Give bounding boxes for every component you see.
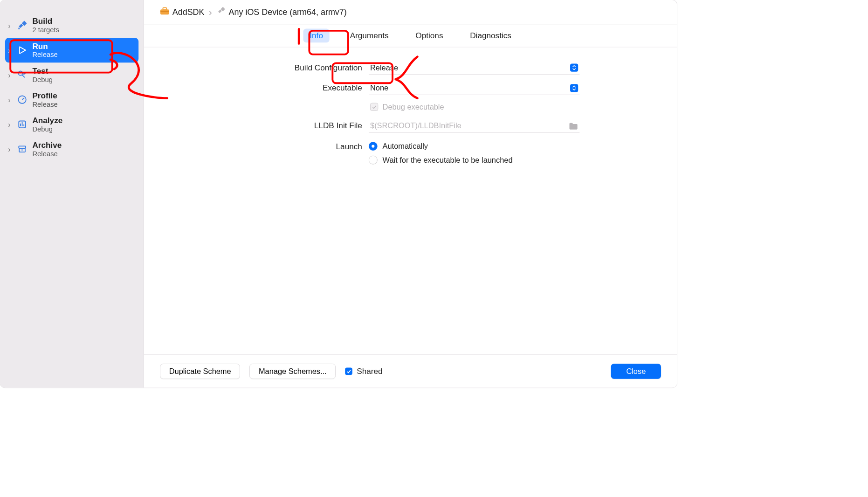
executable-popup[interactable]: None — [369, 81, 579, 95]
breadcrumb-target[interactable]: Any iOS Device (arm64, armv7) — [229, 7, 347, 17]
chevron-right-icon: › — [7, 146, 12, 152]
label-launch: Launch — [158, 141, 369, 152]
breadcrumb: AddSDK › Any iOS Device (arm64, armv7) — [144, 0, 677, 24]
label-lldb: LLDB Init File — [158, 121, 369, 131]
chevron-right-icon: › — [7, 97, 12, 103]
duplicate-scheme-button[interactable]: Duplicate Scheme — [160, 364, 240, 379]
scheme-action-sidebar: › Build 2 targets › Run Release › — [0, 0, 144, 387]
breadcrumb-project[interactable]: AddSDK — [172, 7, 205, 17]
chevron-right-icon: › — [7, 23, 12, 28]
archive-icon — [16, 143, 29, 156]
toolbox-icon — [160, 7, 169, 17]
row-build-configuration: Build Configuration Release — [158, 57, 662, 78]
sidebar-item-subtitle: 2 targets — [32, 26, 59, 34]
checkbox-on-icon — [345, 368, 352, 375]
lldb-init-file-field[interactable]: $(SRCROOT)/LLDBInitFile — [369, 119, 579, 132]
row-debug-executable: Debug executable — [158, 98, 662, 116]
row-executable: Executable None — [158, 78, 662, 98]
chevron-right-icon: › — [7, 122, 12, 127]
sidebar-item-profile[interactable]: › Profile Release — [0, 87, 144, 112]
scheme-editor-main: AddSDK › Any iOS Device (arm64, armv7) I… — [144, 0, 677, 387]
popup-value: Release — [370, 63, 570, 72]
chevron-right-icon: › — [7, 72, 12, 78]
hammer-grey-icon — [216, 7, 226, 17]
sidebar-item-subtitle: Release — [32, 51, 57, 59]
svg-rect-7 — [163, 7, 166, 10]
radio-label: Wait for the executable to be launched — [383, 156, 513, 165]
gauge-icon — [16, 93, 29, 106]
sidebar-item-archive[interactable]: › Archive Release — [0, 137, 144, 161]
debug-executable-label: Debug executable — [383, 103, 444, 111]
row-lldb-init: LLDB Init File $(SRCROOT)/LLDBInitFile — [158, 116, 662, 136]
checkbox-disabled-icon — [370, 103, 378, 111]
sidebar-item-title: Build — [32, 17, 59, 26]
sidebar-item-analyze[interactable]: › Analyze Debug — [0, 112, 144, 137]
sidebar-item-subtitle: Debug — [32, 76, 53, 83]
tab-diagnostics[interactable]: Diagnostics — [463, 29, 518, 43]
wrench-play-icon — [16, 69, 29, 82]
row-launch: Launch Automatically Wait for the execut… — [158, 136, 662, 165]
analyze-icon — [16, 118, 29, 131]
sidebar-item-title: Analyze — [32, 116, 62, 125]
svg-rect-8 — [160, 11, 169, 12]
scheme-editor-window: › Build 2 targets › Run Release › — [0, 0, 677, 387]
svg-rect-0 — [18, 28, 20, 29]
manage-schemes-button[interactable]: Manage Schemes... — [249, 364, 336, 379]
chevron-right-icon: › — [209, 7, 212, 18]
updown-chevron-icon — [570, 84, 578, 92]
tab-info[interactable]: Info — [303, 29, 330, 43]
chevron-right-icon: › — [7, 48, 12, 53]
sidebar-item-title: Run — [32, 41, 57, 51]
hammer-icon — [16, 19, 29, 32]
footer-bar: Duplicate Scheme Manage Schemes... Share… — [144, 355, 677, 388]
label-build-configuration: Build Configuration — [158, 63, 369, 72]
sidebar-item-title: Profile — [32, 91, 57, 100]
sidebar-item-run[interactable]: › Run Release — [5, 38, 138, 62]
radio-label: Automatically — [383, 142, 428, 151]
tab-options[interactable]: Options — [409, 29, 449, 43]
sidebar-item-subtitle: Release — [32, 100, 57, 108]
debug-executable-checkbox: Debug executable — [369, 103, 444, 111]
updown-chevron-icon — [570, 63, 578, 71]
shared-checkbox[interactable]: Shared — [345, 366, 382, 376]
folder-icon[interactable] — [569, 122, 578, 130]
radio-off-icon — [369, 156, 378, 165]
sidebar-item-test[interactable]: › Test Debug — [0, 62, 144, 87]
shared-label: Shared — [357, 366, 382, 376]
popup-value: None — [370, 83, 570, 92]
sidebar-item-title: Test — [32, 66, 53, 76]
launch-option-automatically[interactable]: Automatically — [369, 142, 513, 151]
launch-option-wait[interactable]: Wait for the executable to be launched — [369, 156, 513, 165]
build-configuration-popup[interactable]: Release — [369, 61, 579, 75]
lldb-placeholder: $(SRCROOT)/LLDBInitFile — [370, 121, 462, 130]
sidebar-item-title: Archive — [32, 140, 62, 150]
close-button[interactable]: Close — [611, 364, 661, 379]
sidebar-item-subtitle: Debug — [32, 125, 62, 133]
play-icon — [16, 44, 29, 57]
label-executable: Executable — [158, 83, 369, 93]
tab-bar: Info Arguments Options Diagnostics — [144, 24, 677, 47]
tab-arguments[interactable]: Arguments — [344, 29, 395, 43]
sidebar-item-subtitle: Release — [32, 150, 62, 158]
info-form: Build Configuration Release Executable N… — [144, 47, 677, 174]
launch-radio-group: Automatically Wait for the executable to… — [369, 141, 513, 165]
radio-on-icon — [369, 142, 378, 151]
sidebar-item-build[interactable]: › Build 2 targets — [0, 13, 144, 38]
